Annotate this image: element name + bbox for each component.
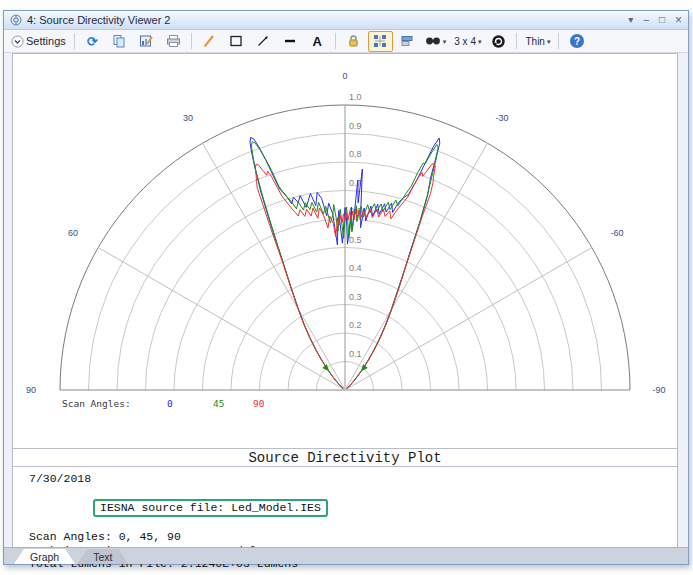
svg-text:0.8: 0.8 <box>349 149 362 159</box>
maximize-button[interactable]: □ <box>659 15 665 25</box>
arrow-icon <box>256 34 270 48</box>
svg-text:45: 45 <box>213 398 224 409</box>
draw-arrow-button[interactable] <box>251 31 276 52</box>
window-menu-button[interactable]: ▾ <box>628 15 633 25</box>
window-app-icon <box>10 14 22 26</box>
svg-text:Scan Angles:: Scan Angles: <box>62 398 131 409</box>
pencil-icon <box>202 34 216 48</box>
svg-text:30: 30 <box>183 113 193 123</box>
window-title: 4: Source Directivity Viewer 2 <box>27 14 628 26</box>
report-title-box: Source Directivity Plot <box>13 448 677 467</box>
svg-text:0.2: 0.2 <box>349 320 362 330</box>
polar-directivity-plot: 030-3060-6090-900.10.20.30.40.50.60.70.8… <box>13 54 677 448</box>
svg-text:0: 0 <box>342 71 347 81</box>
svg-text:90: 90 <box>253 398 265 409</box>
report-line-scan-angles: Scan Angles: 0, 45, 90 <box>29 530 677 544</box>
draw-rectangle-button[interactable] <box>224 31 249 52</box>
save-image-button[interactable] <box>134 31 159 52</box>
settings-label: Settings <box>26 35 66 47</box>
source-directivity-viewer-window: 4: Source Directivity Viewer 2 ▾ – □ × S… <box>3 10 689 565</box>
text-tool-icon: A <box>313 34 322 49</box>
svg-text:0.5: 0.5 <box>349 235 362 245</box>
print-icon <box>166 34 181 48</box>
lock-view-button[interactable] <box>341 31 366 52</box>
titlebar[interactable]: 4: Source Directivity Viewer 2 ▾ – □ × <box>4 11 688 30</box>
report-title: Source Directivity Plot <box>248 450 441 466</box>
tab-text[interactable]: Text <box>77 549 128 564</box>
rectangle-icon <box>229 34 243 48</box>
annotate-pencil-button[interactable] <box>197 31 222 52</box>
view-3d-dropdown-button[interactable]: ▾ <box>422 31 450 52</box>
dropdown-arrow-icon: ▾ <box>478 38 482 45</box>
settings-chevron-icon <box>11 35 24 48</box>
view-tabstrip: Graph Text <box>4 547 688 564</box>
svg-text:0.9: 0.9 <box>349 121 362 131</box>
glasses-3d-icon <box>425 35 441 47</box>
copy-button[interactable] <box>107 31 132 52</box>
save-image-icon <box>139 34 153 48</box>
copy-icon <box>112 34 126 48</box>
svg-text:1.0: 1.0 <box>349 92 362 102</box>
svg-text:-30: -30 <box>495 113 508 123</box>
grid-size-dropdown[interactable]: 3 x 4 ▾ <box>451 31 484 52</box>
svg-text:60: 60 <box>68 228 78 238</box>
print-button[interactable] <box>161 31 186 52</box>
report-line-date: 7/30/2018 <box>29 472 677 486</box>
refresh-button[interactable]: ⟳ <box>80 31 105 52</box>
report-line-source-file: IESNA source file: Led_Model.IES <box>29 486 677 531</box>
viewer-content-panel: 030-3060-6090-900.10.20.30.40.50.60.70.8… <box>12 53 678 548</box>
legend-toggle-button[interactable] <box>395 31 420 52</box>
svg-text:-90: -90 <box>652 385 665 395</box>
fit-view-icon <box>373 34 387 48</box>
screenshot-root: 4: Source Directivity Viewer 2 ▾ – □ × S… <box>0 0 693 575</box>
legend-icon <box>400 34 414 48</box>
svg-text:-60: -60 <box>610 228 623 238</box>
toolbar-separator <box>516 33 517 49</box>
help-button[interactable]: ? <box>564 31 589 52</box>
close-button[interactable]: × <box>675 15 682 25</box>
toolbar-separator <box>335 33 336 49</box>
line-width-dropdown[interactable]: Thin ▾ <box>522 31 553 52</box>
svg-text:90: 90 <box>26 385 36 395</box>
fit-view-button[interactable] <box>368 31 393 52</box>
svg-text:0.1: 0.1 <box>349 349 362 359</box>
tab-graph[interactable]: Graph <box>14 549 75 564</box>
draw-line-button[interactable] <box>278 31 303 52</box>
grid-size-value: 3 x 4 <box>454 36 476 47</box>
rotate-icon <box>491 34 506 49</box>
svg-text:0: 0 <box>167 398 173 409</box>
dropdown-arrow-icon: ▾ <box>443 38 447 45</box>
svg-text:0.4: 0.4 <box>349 263 362 273</box>
minimize-button[interactable]: – <box>643 15 649 25</box>
report-body: 7/30/2018 IESNA source file: Led_Model.I… <box>13 466 677 547</box>
refresh-icon: ⟳ <box>87 35 98 48</box>
toolbar-separator <box>191 33 192 49</box>
dropdown-arrow-icon: ▾ <box>547 38 551 45</box>
settings-dropdown-button[interactable]: Settings <box>8 31 69 52</box>
toolbar-separator <box>74 33 75 49</box>
toolbar-separator <box>558 33 559 49</box>
svg-text:0.3: 0.3 <box>349 292 362 302</box>
add-text-button[interactable]: A <box>305 31 330 52</box>
line-icon <box>283 34 297 48</box>
line-width-value: Thin <box>525 36 544 47</box>
help-icon: ? <box>570 34 584 48</box>
svg-text:0.7: 0.7 <box>349 178 362 188</box>
rotate-view-button[interactable] <box>486 31 511 52</box>
highlight-box: IESNA source file: Led_Model.IES <box>93 499 328 517</box>
lock-icon <box>347 34 360 48</box>
toolbar: Settings ⟳ <box>4 30 688 53</box>
